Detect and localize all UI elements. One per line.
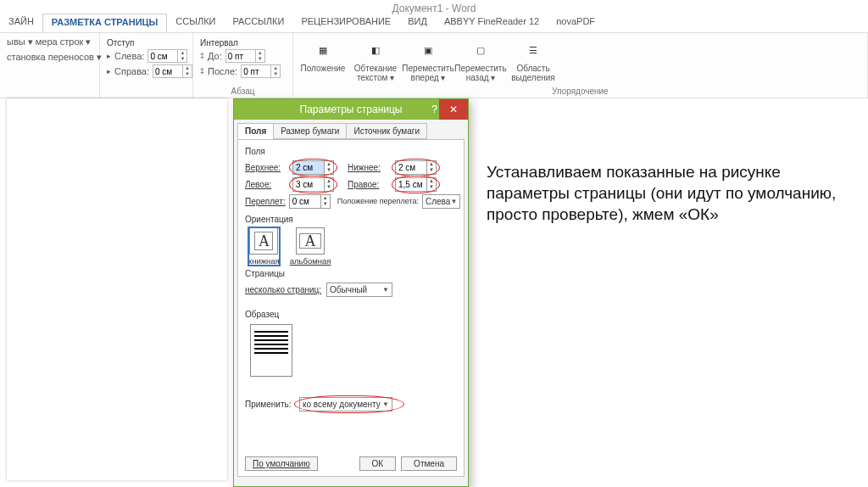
window-title: Документ1 - Word (0, 3, 868, 14)
backward-icon: ▢ (469, 38, 492, 62)
bottom-margin-lbl: Нижнее: (348, 163, 392, 172)
indent-right-lbl: Справа: (114, 66, 149, 76)
cancel-button[interactable]: Отмена (401, 456, 457, 471)
orient-landscape[interactable]: A альбомная (290, 227, 331, 266)
dialog-titlebar: Параметры страницы ? ✕ (234, 99, 468, 120)
preview-thumbnail (250, 324, 292, 377)
orient-section: Ориентация (245, 215, 457, 224)
left-margin-input[interactable]: ▲▼ (292, 177, 334, 192)
tab-mailings[interactable]: РАССЫЛКИ (225, 14, 293, 32)
indent-right-spin[interactable]: ▲▼ (153, 64, 192, 78)
sample-section: Образец (245, 310, 457, 319)
ribbon-body: ывы ▾ мера строк ▾ становка переносов ▾ … (0, 32, 868, 98)
document-page (7, 98, 227, 480)
page-setup-dialog: Параметры страницы ? ✕ Поля Размер бумаг… (233, 98, 469, 487)
before-lbl: До: (208, 51, 222, 61)
dlg-tab-margins[interactable]: Поля (237, 123, 274, 139)
tab-design[interactable]: ЗАЙН (0, 14, 42, 32)
top-margin-lbl: Верхнее: (245, 163, 289, 172)
group-paragraph: Абзац (193, 87, 292, 96)
top-margin-input[interactable]: ▲▼ (292, 160, 334, 175)
gutter-lbl: Переплет: (245, 197, 286, 206)
right-margin-lbl: Правое: (348, 180, 392, 189)
tab-references[interactable]: ССЫЛКИ (167, 14, 224, 32)
dialog-close-icon[interactable]: ✕ (439, 99, 468, 120)
breaks-dd[interactable]: ывы ▾ (7, 36, 33, 52)
multi-pages-lbl: несколько страниц: (245, 285, 323, 294)
orient-portrait[interactable]: A книжная (248, 227, 280, 266)
tab-abbyy[interactable]: ABBYY FineReader 12 (436, 14, 548, 32)
indent-left-lbl: Слева: (114, 51, 144, 61)
dialog-help-icon[interactable]: ? (431, 104, 437, 115)
left-margin-lbl: Левое: (245, 180, 289, 189)
indent-label: Отступ (107, 36, 186, 48)
hyphenation-dd[interactable]: становка переносов ▾ (7, 52, 102, 67)
ribbon-tabs: ЗАЙН РАЗМЕТКА СТРАНИЦЫ ССЫЛКИ РАССЫЛКИ Р… (0, 14, 604, 32)
interval-label: Интервал (200, 36, 286, 48)
group-arrange: Упорядочение (293, 87, 867, 96)
multi-pages-select[interactable]: Обычный▼ (326, 283, 392, 297)
dlg-tab-source[interactable]: Источник бумаги (346, 123, 427, 139)
gutter-pos-lbl: Положение переплета: (337, 197, 419, 205)
bottom-margin-input[interactable]: ▲▼ (395, 160, 437, 175)
default-button[interactable]: По умолчанию (245, 456, 318, 471)
tab-view[interactable]: ВИД (399, 14, 436, 32)
after-lbl: После: (208, 66, 237, 76)
tab-page-layout[interactable]: РАЗМЕТКА СТРАНИЦЫ (42, 14, 168, 32)
ok-button[interactable]: ОК (359, 456, 397, 471)
position-icon: ▦ (311, 38, 335, 62)
forward-icon: ▣ (416, 38, 440, 62)
dlg-tab-paper[interactable]: Размер бумаги (273, 123, 347, 139)
instruction-text: Устанавливаем показанные на рисунке пара… (487, 161, 843, 225)
pane-icon: ☰ (521, 38, 545, 62)
dialog-title: Параметры страницы (300, 104, 403, 115)
line-numbers-dd[interactable]: мера строк ▾ (36, 36, 92, 52)
before-spin[interactable]: ▲▼ (225, 49, 265, 63)
pages-section: Страницы (245, 269, 457, 278)
tab-review[interactable]: РЕЦЕНЗИРОВАНИЕ (292, 14, 399, 32)
after-spin[interactable]: ▲▼ (241, 64, 281, 78)
margins-section: Поля (245, 147, 457, 156)
right-margin-input[interactable]: ▲▼ (395, 177, 437, 192)
gutter-input[interactable]: ▲▼ (289, 194, 331, 209)
tab-novapdf[interactable]: novaPDF (548, 14, 604, 32)
indent-left-spin[interactable]: ▲▼ (147, 49, 187, 63)
wrap-icon: ◧ (364, 38, 387, 62)
apply-select[interactable]: ко всему документу▼ (299, 397, 392, 411)
apply-lbl: Применить: (245, 400, 296, 409)
gutter-pos-select[interactable]: Слева▼ (422, 194, 460, 209)
